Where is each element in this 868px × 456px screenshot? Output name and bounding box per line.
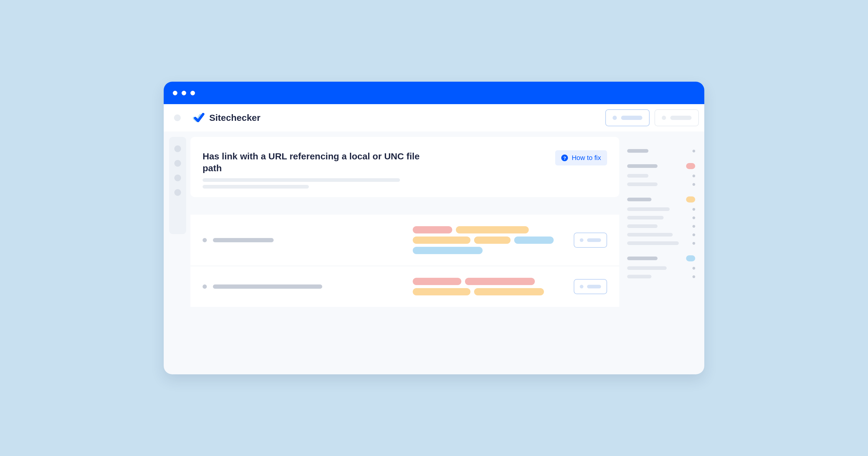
logo-icon [193, 113, 205, 123]
placeholder-line [203, 178, 400, 182]
tag-group [413, 226, 565, 254]
brand-name: Sitechecker [209, 112, 260, 123]
placeholder-line [213, 285, 322, 289]
tag [413, 247, 483, 254]
placeholder-line [213, 238, 274, 242]
window-control-maximize[interactable] [190, 91, 195, 95]
tag [413, 278, 461, 285]
placeholder-line [203, 185, 309, 189]
question-icon: ? [561, 155, 568, 161]
right-rail [619, 137, 704, 359]
tag-group [413, 278, 565, 295]
sidebar-item[interactable] [174, 174, 181, 181]
window-control-minimize[interactable] [182, 91, 186, 95]
tag [413, 288, 470, 295]
how-to-fix-label: How to fix [571, 154, 601, 162]
body: Has link with a URL referencing a local … [164, 131, 704, 374]
result-row [190, 215, 619, 266]
menu-icon[interactable] [174, 115, 181, 121]
result-row [190, 266, 619, 307]
header-secondary-button[interactable] [654, 109, 699, 126]
row-action-button[interactable] [574, 233, 607, 248]
how-to-fix-button[interactable]: ? How to fix [555, 150, 607, 165]
sidebar [169, 137, 186, 234]
topbar: Sitechecker [164, 104, 704, 131]
row-action-button[interactable] [574, 279, 607, 294]
tag [474, 288, 544, 295]
tag [474, 236, 510, 244]
tag [456, 226, 529, 233]
tag [514, 236, 554, 244]
issue-card: Has link with a URL referencing a local … [190, 137, 619, 197]
tag [465, 278, 535, 285]
header-primary-button[interactable] [605, 109, 650, 126]
window-control-close[interactable] [173, 91, 177, 95]
main-content: Has link with a URL referencing a local … [190, 137, 619, 359]
sidebar-item[interactable] [174, 160, 181, 167]
tag [413, 226, 452, 233]
issue-title: Has link with a URL referencing a local … [203, 150, 433, 174]
sidebar-item[interactable] [174, 189, 181, 196]
row-bullet-icon [203, 285, 207, 289]
titlebar [164, 82, 704, 104]
sidebar-item[interactable] [174, 145, 181, 152]
tag [413, 236, 470, 244]
row-bullet-icon [203, 238, 207, 242]
app-window: Sitechecker Has link with a URL referenc… [164, 82, 704, 374]
